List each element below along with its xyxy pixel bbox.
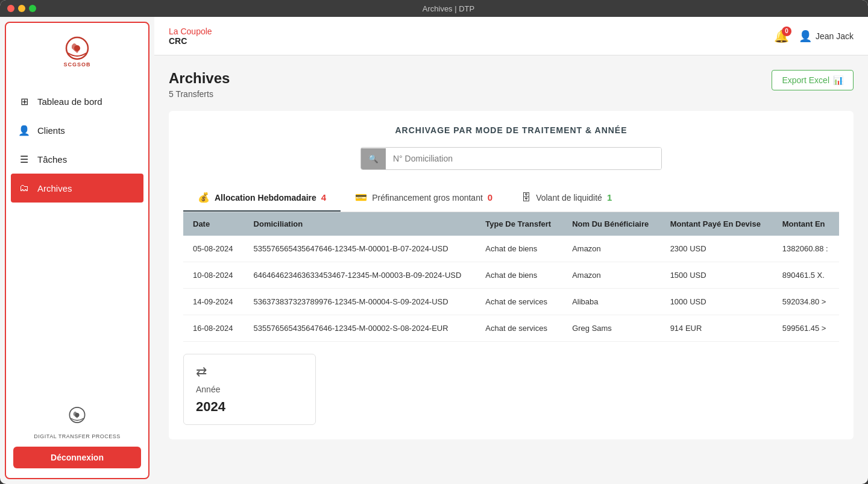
col-montant-devise: Montant Payé En Devise [661, 212, 773, 236]
tl-close[interactable] [7, 5, 14, 12]
page-header: Archives 5 Transferts Export Excel 📊 [169, 70, 854, 99]
tab-alloc-count: 4 [321, 192, 326, 203]
page-title-block: Archives 5 Transferts [169, 70, 230, 99]
user-icon: 👤 [799, 30, 812, 43]
app-window: Archives | DTP SCGSOB ⊞ Tableau de bord [0, 0, 868, 484]
svg-text:SCGSOB: SCGSOB [63, 61, 90, 68]
archives-icon: 🗂 [18, 182, 30, 194]
cell-type: Achat de biens [476, 262, 562, 289]
cell-montant-devise: 1000 USD [661, 289, 773, 315]
topbar-org: La Coupole CRC [169, 27, 212, 46]
dashboard-icon: ⊞ [18, 95, 30, 107]
footer-logo: DIGITAL TRANSFER PROCESS [34, 406, 120, 439]
org-name: La Coupole [169, 27, 212, 36]
window-title: Archives | DTP [36, 4, 861, 13]
year-section: ⇄ Année 2024 [183, 354, 839, 425]
cell-type: Achat de services [476, 315, 562, 342]
cell-beneficiaire: Greg Sams [562, 315, 661, 342]
cell-domiciliation: 536373837323789976-12345-M-00004-S-09-20… [244, 289, 476, 315]
sidebar-item-tableau[interactable]: ⊞ Tableau de bord [6, 87, 148, 116]
cell-date: 16-08-2024 [183, 315, 244, 342]
taches-icon: ☰ [18, 153, 30, 165]
cell-montant: 890461.5 X. [773, 262, 839, 289]
cell-date: 10-08-2024 [183, 262, 244, 289]
search-button[interactable]: 🔍 [361, 148, 386, 169]
data-table-container: Date Domiciliation Type De Transfert Nom… [183, 212, 839, 342]
cell-montant-devise: 1500 USD [661, 262, 773, 289]
tab-volant-icon: 🗄 [521, 192, 531, 203]
year-card[interactable]: ⇄ Année 2024 [183, 354, 316, 425]
page-title: Archives [169, 70, 230, 87]
tab-prefinancement-label: Préfinancement gros montant [372, 193, 483, 203]
tl-minimize[interactable] [18, 5, 25, 12]
sidebar-logo: SCGSOB [6, 23, 148, 81]
cell-beneficiaire: Alibaba [562, 289, 661, 315]
sidebar-nav: ⊞ Tableau de bord 👤 Clients ☰ Tâches 🗂 A… [6, 81, 148, 396]
sidebar-item-label-taches: Tâches [37, 154, 67, 165]
col-domiciliation: Domiciliation [244, 212, 476, 236]
sidebar: SCGSOB ⊞ Tableau de bord 👤 Clients ☰ Tâc… [5, 22, 149, 479]
export-icon: 📊 [833, 75, 843, 85]
cell-beneficiaire: Amazon [562, 236, 661, 262]
tab-prefinancement-icon: 💳 [355, 192, 367, 203]
table-body: 05-08-2024 535576565435647646-12345-M-00… [183, 236, 839, 342]
sidebar-item-label-archives: Archives [37, 183, 72, 193]
tab-volant-label: Volant de liquidité [536, 193, 602, 203]
footer-logo-svg [62, 406, 92, 431]
app-body: SCGSOB ⊞ Tableau de bord 👤 Clients ☰ Tâc… [0, 17, 868, 484]
cell-date: 05-08-2024 [183, 236, 244, 262]
col-montant: Montant En [773, 212, 839, 236]
main-content: La Coupole CRC 🔔 0 👤 Jean Jack [154, 17, 868, 484]
col-type: Type De Transfert [476, 212, 562, 236]
sidebar-footer: DIGITAL TRANSFER PROCESS Déconnexion [6, 396, 148, 478]
sidebar-item-archives[interactable]: 🗂 Archives [11, 174, 143, 203]
cell-beneficiaire: Amazon [562, 262, 661, 289]
search-icon: 🔍 [368, 154, 379, 163]
logo-svg: SCGSOB [56, 35, 98, 71]
cell-montant-devise: 2300 USD [661, 236, 773, 262]
tab-volant-count: 1 [607, 192, 612, 203]
table-header-row: Date Domiciliation Type De Transfert Nom… [183, 212, 839, 236]
cell-montant: 1382060.88 : [773, 236, 839, 262]
export-button[interactable]: Export Excel 📊 [772, 70, 854, 90]
col-date: Date [183, 212, 244, 236]
user-info: 👤 Jean Jack [799, 30, 854, 43]
tabs: 💰 Allocation Hebdomadaire 4 💳 Préfinance… [183, 184, 839, 212]
section-title: ARCHIVAGE PAR MODE DE TRAITEMENT & ANNÉE [183, 125, 839, 135]
cell-domiciliation: 535576565435647646-12345-M-00002-S-08-20… [244, 315, 476, 342]
table-row[interactable]: 14-09-2024 536373837323789976-12345-M-00… [183, 289, 839, 315]
tab-volant[interactable]: 🗄 Volant de liquidité 1 [507, 184, 626, 212]
year-label: Année [196, 385, 220, 394]
cell-montant: 599561.45 > [773, 315, 839, 342]
sidebar-item-clients[interactable]: 👤 Clients [6, 116, 148, 145]
col-beneficiaire: Nom Du Bénéficiaire [562, 212, 661, 236]
cell-domiciliation: 646464623463633453467-12345-M-00003-B-09… [244, 262, 476, 289]
cell-type: Achat de biens [476, 236, 562, 262]
topbar: La Coupole CRC 🔔 0 👤 Jean Jack [154, 17, 868, 55]
sidebar-item-taches[interactable]: ☰ Tâches [6, 145, 148, 174]
page-subtitle: 5 Transferts [169, 89, 230, 99]
logout-button[interactable]: Déconnexion [13, 447, 141, 468]
archive-section: ARCHIVAGE PAR MODE DE TRAITEMENT & ANNÉE… [169, 111, 854, 439]
traffic-lights [7, 5, 36, 12]
table-row[interactable]: 05-08-2024 535576565435647646-12345-M-00… [183, 236, 839, 262]
svg-point-1 [74, 45, 80, 51]
titlebar: Archives | DTP [0, 0, 868, 17]
data-table: Date Domiciliation Type De Transfert Nom… [183, 212, 839, 342]
clients-icon: 👤 [18, 124, 30, 136]
cell-domiciliation: 535576565435647646-12345-M-00001-B-07-20… [244, 236, 476, 262]
tab-prefinancement[interactable]: 💳 Préfinancement gros montant 0 [341, 184, 507, 212]
search-input[interactable] [386, 148, 661, 169]
notification-button[interactable]: 🔔 0 [774, 29, 789, 43]
cell-date: 14-09-2024 [183, 289, 244, 315]
tl-fullscreen[interactable] [29, 5, 36, 12]
year-value: 2024 [196, 399, 225, 415]
notification-badge: 0 [782, 27, 791, 36]
svg-point-4 [75, 413, 79, 417]
tab-alloc-icon: 💰 [198, 192, 210, 203]
user-name: Jean Jack [816, 31, 854, 41]
table-row[interactable]: 10-08-2024 646464623463633453467-12345-M… [183, 262, 839, 289]
sidebar-item-label-clients: Clients [37, 125, 65, 136]
table-row[interactable]: 16-08-2024 535576565435647646-12345-M-00… [183, 315, 839, 342]
tab-allocation[interactable]: 💰 Allocation Hebdomadaire 4 [183, 184, 341, 212]
